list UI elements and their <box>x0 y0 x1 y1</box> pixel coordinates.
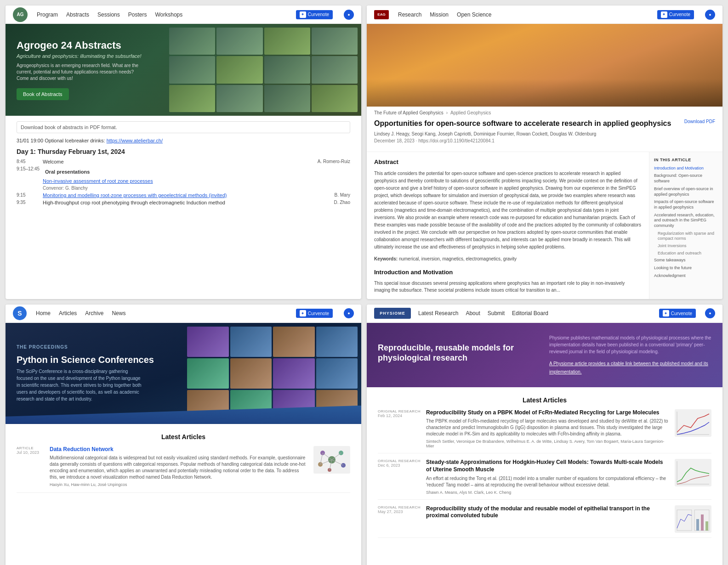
p2-toc-item-2[interactable]: Brief overview of open-source in applied… <box>654 186 718 197</box>
panel-agrogeo: AG Program Abstracts Sessions Posters Wo… <box>6 6 361 299</box>
p2-toc-sub-0[interactable]: Regularization with sparse and compact n… <box>654 231 718 242</box>
p1-icebreaker: 31/01 19:00 Optional Icebreaker drinks: … <box>17 138 350 143</box>
p2-nav-links: Research Mission Open Science <box>398 11 648 18</box>
p1-nav-sessions[interactable]: Sessions <box>97 11 120 18</box>
p2-toc-item-10[interactable]: Acknowledgment <box>654 273 718 279</box>
p3-nav-articles[interactable]: Articles <box>59 310 77 316</box>
p4-nav-editorial[interactable]: Editorial Board <box>512 310 548 316</box>
p3-nav-news[interactable]: News <box>112 310 125 316</box>
p1-session-row-rootzone: Non-invasive assessment of root zone pro… <box>17 178 350 184</box>
p2-article-header: Opportunities for open-source software t… <box>367 115 722 152</box>
p4-logo[interactable]: PHYSIOME <box>374 308 411 319</box>
p3-hero-sub: THE PROCEEDINGS <box>17 345 350 350</box>
p4-hero-right: Physiome publishes mathematical models o… <box>549 334 711 375</box>
p4-article-type-1: Original Research <box>378 459 421 463</box>
p4-article-title-1[interactable]: Steady-state Approximations for Hodgkin-… <box>426 459 669 473</box>
p2-toc-item-0[interactable]: Introduction and Motivation <box>654 166 718 171</box>
p4-article-img-1 <box>675 459 711 486</box>
p4-article-date-2: May 27, 2023 <box>378 509 421 514</box>
p1-rootzone-link[interactable]: Non-invasive assessment of root zone pro… <box>43 178 153 184</box>
p2-nav-openscience[interactable]: Open Science <box>457 11 491 18</box>
p2-curvenote-badge[interactable]: ✦ Curvenote <box>657 10 694 19</box>
p1-author-915: B. Mary <box>313 192 350 198</box>
p3-hero-desc: The SciPy Conference is a cross-discipli… <box>17 368 145 402</box>
p4-article-row-2: Original Research May 27, 2023 Reproduci… <box>378 505 711 538</box>
panel-physiome: PHYSIOME Latest Research About Submit Ed… <box>367 305 722 565</box>
p2-toc-item-9[interactable]: Looking to the future <box>654 266 718 271</box>
p3-nav-links: Home Articles Archive News <box>36 310 287 316</box>
p2-toc-item-4[interactable]: Accelerated research, education, and out… <box>654 213 718 229</box>
p1-link-915[interactable]: Monitoring and modelling root-zone proce… <box>43 192 227 198</box>
p3-logo[interactable]: S <box>13 306 27 320</box>
p1-nav-workshops[interactable]: Workshops <box>155 11 182 18</box>
p1-time-915: 9:15 <box>17 192 37 198</box>
p1-hero: Agrogeo 24 Abstracts Agriculture and geo… <box>6 24 361 116</box>
p4-navbar: PHYSIOME Latest Research About Submit Ed… <box>367 305 722 323</box>
p3-article-body-0: Data Reduction Network Multidimensional … <box>50 446 308 487</box>
p4-nav-about[interactable]: About <box>466 310 480 316</box>
curvenote-avatar[interactable]: ● <box>344 10 354 20</box>
p3-curvenote-avatar[interactable]: ● <box>344 308 354 318</box>
p4-article-date-0: Feb 12, 2024 <box>378 413 421 418</box>
p3-content: Latest Articles Article Jul 10, 2023 Dat… <box>6 424 361 565</box>
p4-article-img-0 <box>675 409 711 437</box>
p1-session-row-convenor: Convenor: G. Blanchy <box>17 186 350 191</box>
p3-article-title-0[interactable]: Data Reduction Network <box>50 446 308 453</box>
p1-nav-program[interactable]: Program <box>37 11 58 18</box>
p1-nav-posters[interactable]: Posters <box>128 11 147 18</box>
p3-logo-text: S <box>17 310 22 317</box>
p1-hero-title: Agrogeo 24 Abstracts <box>17 40 350 51</box>
p1-thumb-10 <box>216 85 262 112</box>
p2-body: Abstract This article considers the pote… <box>367 152 722 299</box>
panel-applied-geophysics: EAG Research Mission Open Science ✦ Curv… <box>367 6 722 299</box>
p1-icebreaker-link[interactable]: https://www.atelierbar.ch/ <box>107 138 163 143</box>
p4-content: Latest Articles Original Research Feb 12… <box>367 387 722 565</box>
p2-logo[interactable]: EAG <box>374 10 389 19</box>
p2-toc-sub-2[interactable]: Education and outreach <box>654 251 718 256</box>
p2-toc-sub-1[interactable]: Joint Inversions <box>654 243 718 249</box>
p3-nav-home[interactable]: Home <box>36 310 51 316</box>
p1-title-welcome: Welcome <box>43 159 308 164</box>
p2-main-content: Abstract This article considers the pote… <box>367 152 649 299</box>
p1-navbar: AG Program Abstracts Sessions Posters Wo… <box>6 6 361 24</box>
p3-latest-articles-title: Latest Articles <box>17 433 350 441</box>
p2-breadcrumb: The Future of Applied Geophysics › Appli… <box>367 107 722 115</box>
p4-nav-latest-research[interactable]: Latest Research <box>418 310 458 316</box>
p1-logo[interactable]: AG <box>13 7 28 22</box>
p3-nav-archive[interactable]: Archive <box>85 310 103 316</box>
p2-curvenote-avatar[interactable]: ● <box>705 10 715 20</box>
p3-hero: THE PROCEEDINGS Python in Science Confer… <box>6 323 361 424</box>
p4-article-body-0: Reproducibility Study on a PBPK Model of… <box>426 409 669 449</box>
p3-article-row-0: Article Jul 10, 2023 Data Reduction Netw… <box>17 446 350 493</box>
p2-breadcrumb-1[interactable]: The Future of Applied Geophysics <box>374 110 444 115</box>
p4-article-text-1: An effort at reducing the Tong et al. (2… <box>426 475 669 488</box>
svg-rect-16 <box>677 510 692 531</box>
p4-article-title-2[interactable]: Reproducibility study of the modular and… <box>426 505 669 520</box>
p4-hero-link[interactable]: A Physiome article provides a citable li… <box>549 361 708 374</box>
p2-article-date: December 18, 2023 · https://doi.org/10.1… <box>374 138 684 143</box>
p1-thumb-11 <box>264 85 310 112</box>
p2-article-authors: Lindsey J. Heagy, Seogi Kang, Joseph Cap… <box>374 131 684 136</box>
p1-curvenote-badge[interactable]: ✦ Curvenote <box>296 10 333 19</box>
p4-nav-submit[interactable]: Submit <box>488 310 505 316</box>
p2-nav-research[interactable]: Research <box>398 11 421 18</box>
p1-book-of-abstracts-button[interactable]: Book of Abstracts <box>17 88 69 100</box>
p4-curvenote-avatar[interactable]: ● <box>705 308 715 318</box>
p2-toc-item-3[interactable]: Impacts of open-source software in appli… <box>654 199 718 210</box>
p4-latest-articles-title: Latest Articles <box>378 396 711 404</box>
p2-toc-item-8[interactable]: Some takeaways <box>654 258 718 263</box>
p1-time-oral: 9:15–12:45 <box>17 166 40 171</box>
p2-download-pdf-button[interactable]: Download PDF <box>684 119 715 124</box>
p3-curvenote-badge[interactable]: ✦ Curvenote <box>296 309 333 318</box>
p3-navbar: S Home Articles Archive News ✦ Curvenote… <box>6 305 361 323</box>
p1-day-header: Day 1: Thursday February 1st, 2024 <box>17 148 350 155</box>
p1-nav-abstracts[interactable]: Abstracts <box>66 11 89 18</box>
p1-thumb-6 <box>216 56 262 83</box>
p2-nav-mission[interactable]: Mission <box>430 11 449 18</box>
p1-hero-desc: Agrogeophysics is an emerging research f… <box>17 62 145 82</box>
p2-toc-item-1[interactable]: Background: Open-source software <box>654 173 718 184</box>
p4-article-title-0[interactable]: Reproducibility Study on a PBPK Model of… <box>426 409 669 417</box>
p1-nav-links: Program Abstracts Sessions Posters Works… <box>37 11 287 18</box>
p4-curvenote-badge[interactable]: ✦ Curvenote <box>659 309 696 318</box>
p1-title-915: Monitoring and modelling root-zone proce… <box>43 192 308 198</box>
